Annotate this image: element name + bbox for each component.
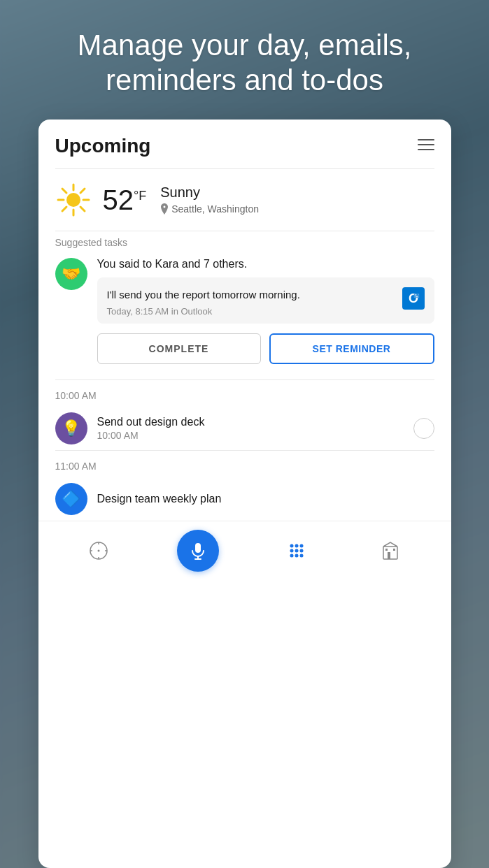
compass-icon bbox=[89, 541, 108, 560]
svg-text:✉: ✉ bbox=[413, 292, 420, 300]
task-description: You said to Kara and 7 others. bbox=[97, 258, 434, 270]
complete-button[interactable]: COMPLETE bbox=[97, 333, 261, 364]
hero-title: Manage your day, emails, reminders and t… bbox=[28, 28, 461, 99]
menu-icon[interactable] bbox=[418, 138, 434, 154]
svg-point-3 bbox=[66, 193, 80, 207]
weather-section: 52°F Sunny Seattle, Washington bbox=[38, 169, 451, 231]
mic-icon bbox=[188, 541, 208, 560]
svg-line-11 bbox=[62, 207, 66, 211]
svg-point-27 bbox=[290, 549, 294, 552]
card-header: Upcoming bbox=[38, 120, 451, 168]
email-meta: Today, 8:15 AM in Outlook bbox=[107, 306, 397, 317]
nav-grid-button[interactable] bbox=[281, 535, 312, 566]
schedule-item-2-info: Design team weekly plan bbox=[97, 493, 434, 505]
weather-location: Seattle, Washington bbox=[160, 203, 259, 215]
svg-rect-34 bbox=[388, 552, 390, 559]
schedule-item-1-time: 10:00 AM bbox=[97, 430, 404, 441]
schedule-item-2-title: Design team weekly plan bbox=[97, 493, 434, 505]
schedule-item-1-title: Send out design deck bbox=[97, 416, 404, 428]
svg-point-16 bbox=[98, 549, 100, 551]
suggested-task-card: 🤝 You said to Kara and 7 others. I'll se… bbox=[55, 258, 434, 368]
schedule-item-1-avatar: 💡 bbox=[55, 412, 87, 444]
svg-rect-21 bbox=[195, 543, 201, 553]
suggested-label: Suggested tasks bbox=[55, 237, 434, 248]
svg-point-32 bbox=[300, 554, 304, 557]
nav-compass-button[interactable] bbox=[83, 535, 114, 566]
email-preview: I'll send you the report tomorrow mornin… bbox=[97, 277, 434, 324]
location-icon bbox=[160, 203, 169, 215]
suggested-section: Suggested tasks 🤝 You said to Kara and 7… bbox=[38, 231, 451, 368]
weather-temp-display: 52°F bbox=[103, 186, 147, 214]
email-body: I'll send you the report tomorrow mornin… bbox=[107, 287, 397, 317]
bottom-nav bbox=[38, 521, 451, 583]
svg-point-24 bbox=[290, 544, 294, 547]
temperature: 52°F bbox=[103, 185, 147, 215]
email-text: I'll send you the report tomorrow mornin… bbox=[107, 287, 397, 302]
card-title: Upcoming bbox=[55, 135, 151, 157]
weather-description: Sunny Seattle, Washington bbox=[160, 185, 259, 215]
svg-rect-35 bbox=[385, 549, 388, 551]
weather-condition: Sunny bbox=[160, 185, 259, 201]
task-avatar: 🤝 bbox=[55, 258, 87, 290]
schedule-item-1[interactable]: 💡 Send out design deck 10:00 AM bbox=[38, 407, 451, 450]
svg-line-9 bbox=[80, 207, 85, 211]
task-content: You said to Kara and 7 others. I'll send… bbox=[97, 258, 434, 368]
time-label-1100: 11:00 AM bbox=[38, 451, 451, 477]
schedule-item-2[interactable]: 🔷 Design team weekly plan bbox=[38, 477, 451, 521]
svg-line-8 bbox=[62, 189, 66, 193]
action-buttons: COMPLETE SET REMINDER bbox=[97, 333, 434, 364]
svg-point-26 bbox=[300, 544, 304, 547]
schedule-item-1-info: Send out design deck 10:00 AM bbox=[97, 416, 404, 441]
svg-rect-2 bbox=[418, 149, 434, 150]
outlook-icon: O ✉ bbox=[402, 287, 425, 310]
svg-point-31 bbox=[295, 554, 299, 557]
svg-rect-0 bbox=[418, 139, 434, 140]
svg-point-30 bbox=[290, 554, 294, 557]
main-card: Upcoming bbox=[38, 120, 451, 868]
svg-rect-36 bbox=[393, 549, 395, 551]
svg-point-28 bbox=[295, 549, 299, 552]
schedule-item-2-avatar: 🔷 bbox=[55, 483, 87, 515]
svg-point-25 bbox=[295, 544, 299, 547]
nav-mic-button[interactable] bbox=[177, 530, 219, 572]
svg-line-10 bbox=[80, 189, 85, 193]
hero-section: Manage your day, emails, reminders and t… bbox=[0, 0, 489, 120]
time-label-1000: 10:00 AM bbox=[38, 380, 451, 407]
sun-icon bbox=[55, 182, 92, 218]
svg-rect-1 bbox=[418, 144, 434, 145]
svg-point-29 bbox=[300, 549, 304, 552]
nav-building-button[interactable] bbox=[375, 535, 406, 566]
schedule-item-1-checkbox[interactable] bbox=[413, 418, 434, 439]
set-reminder-button[interactable]: SET REMINDER bbox=[269, 333, 434, 364]
building-icon bbox=[381, 541, 400, 560]
grid-icon bbox=[288, 542, 306, 560]
